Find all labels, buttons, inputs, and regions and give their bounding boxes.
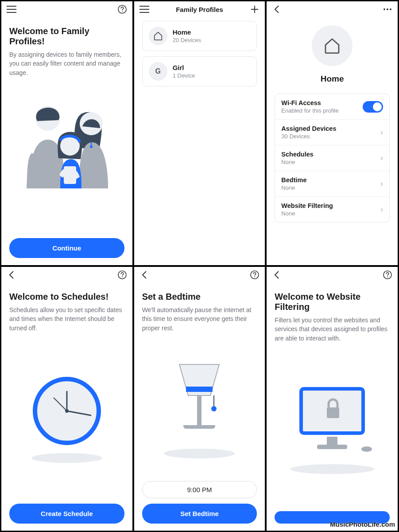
row-title: Wi-Fi Access	[281, 99, 338, 106]
row-sub: None	[281, 159, 314, 165]
bedtime-time-input[interactable]: 9:00 PM	[142, 481, 257, 498]
continue-button[interactable]: Continue	[9, 238, 124, 258]
svg-point-13	[122, 277, 123, 278]
chevron-right-icon: ›	[380, 153, 383, 163]
shadow	[31, 453, 102, 463]
profile-row-home[interactable]: Home 20 Devices	[142, 21, 257, 51]
lamp-illustration	[142, 338, 257, 477]
content: Home 20 Devices G Girl 1 Device	[134, 17, 265, 265]
wifi-toggle[interactable]	[363, 101, 383, 113]
page-subtitle: Filters let you control the websites and…	[275, 316, 390, 343]
screen-set-bedtime: Set a Bedtime We'll automatically pause …	[134, 267, 265, 531]
row-bedtime[interactable]: Bedtime None ›	[275, 171, 389, 196]
svg-rect-22	[197, 395, 201, 426]
content: Home Wi-Fi Access Enabled for this profi…	[267, 17, 398, 265]
svg-point-9	[384, 8, 385, 10]
help-button[interactable]	[248, 270, 261, 279]
family-illustration	[9, 82, 124, 233]
svg-point-10	[387, 8, 388, 10]
create-schedule-button[interactable]: Create Schedule	[9, 504, 124, 524]
page-title: Welcome to Schedules!	[9, 292, 124, 302]
svg-point-6	[90, 145, 93, 148]
row-sub: 30 Devices	[281, 133, 336, 140]
svg-point-1	[122, 11, 123, 12]
topbar	[1, 1, 132, 17]
row-wifi-access[interactable]: Wi-Fi Access Enabled for this profile	[275, 94, 389, 119]
back-button[interactable]	[5, 270, 18, 279]
row-website-filtering[interactable]: Website Filtering None ›	[275, 196, 389, 222]
add-profile-button[interactable]	[248, 5, 261, 14]
row-title: Bedtime	[281, 176, 306, 184]
svg-point-24	[211, 406, 217, 411]
help-icon	[118, 270, 127, 279]
chevron-right-icon: ›	[380, 128, 383, 137]
home-icon	[323, 37, 341, 55]
row-sub: None	[281, 184, 306, 191]
help-button[interactable]	[381, 270, 394, 279]
row-sub: Enabled for this profile	[281, 107, 338, 114]
row-assigned-devices[interactable]: Assigned Devices 30 Devices ›	[275, 119, 389, 145]
set-bedtime-button[interactable]: Set Bedtime	[142, 504, 257, 524]
row-title: Assigned Devices	[281, 125, 336, 132]
page-subtitle: By assigning devices to family members, …	[9, 50, 124, 77]
clock-illustration	[9, 338, 124, 498]
menu-button[interactable]	[5, 6, 18, 13]
chevron-left-icon	[141, 270, 147, 279]
svg-point-11	[390, 8, 391, 10]
chevron-right-icon: ›	[380, 179, 383, 188]
page-title: Welcome to Website Filtering	[275, 292, 390, 312]
help-icon	[383, 270, 392, 279]
chevron-left-icon	[274, 5, 280, 14]
help-button[interactable]	[116, 270, 129, 279]
hamburger-icon	[7, 6, 16, 13]
chevron-right-icon: ›	[380, 205, 383, 214]
content: Set a Bedtime We'll automatically pause …	[134, 283, 265, 531]
content: Welcome to Website Filtering Filters let…	[267, 283, 398, 531]
svg-rect-30	[327, 407, 339, 418]
row-title: Schedules	[281, 151, 314, 158]
help-icon	[250, 270, 259, 279]
help-icon	[118, 5, 127, 14]
screen-welcome-family-profiles: Welcome to Family Profiles! By assigning…	[1, 1, 132, 265]
help-button[interactable]	[116, 5, 129, 14]
svg-point-20	[255, 277, 256, 278]
profile-name: Home	[173, 28, 201, 36]
svg-rect-29	[317, 445, 347, 449]
profile-avatar-large	[312, 25, 353, 66]
more-button[interactable]	[381, 8, 394, 11]
back-button[interactable]	[270, 270, 283, 279]
screen-profile-detail: Home Wi-Fi Access Enabled for this profi…	[267, 1, 398, 265]
back-button[interactable]	[138, 270, 151, 279]
topbar	[134, 267, 265, 283]
screen-welcome-website-filtering: Welcome to Website Filtering Filters let…	[267, 267, 398, 531]
row-title: Website Filtering	[281, 202, 333, 209]
profile-text: Home 20 Devices	[173, 28, 201, 43]
profile-title: Home	[275, 74, 390, 84]
shadow	[290, 464, 374, 474]
screen-welcome-schedules: Welcome to Schedules! Schedules allow yo…	[1, 267, 132, 531]
plus-icon	[250, 5, 259, 14]
topbar	[267, 267, 398, 283]
page-subtitle: Schedules allow you to set specific date…	[9, 305, 124, 332]
profile-name: Girl	[173, 64, 195, 71]
hamburger-icon	[139, 6, 149, 13]
content: Welcome to Schedules! Schedules allow yo…	[1, 283, 132, 531]
row-schedules[interactable]: Schedules None ›	[275, 145, 389, 171]
topbar	[1, 267, 132, 283]
chevron-left-icon	[274, 270, 280, 279]
profile-row-girl[interactable]: G Girl 1 Device	[142, 56, 257, 86]
monitor-illustration	[275, 348, 390, 506]
row-sub: None	[281, 210, 333, 217]
profile-initial: G	[149, 62, 167, 81]
back-button[interactable]	[270, 5, 283, 14]
page-title: Welcome to Family Profiles!	[9, 26, 124, 47]
more-icon	[383, 8, 392, 11]
menu-button[interactable]	[138, 6, 151, 13]
profile-sub: 1 Device	[173, 72, 195, 79]
content: Welcome to Family Profiles! By assigning…	[1, 17, 132, 265]
profile-text: Girl 1 Device	[173, 64, 195, 79]
page-title: Set a Bedtime	[142, 292, 257, 302]
topbar: Family Profiles	[134, 1, 265, 17]
watermark: MusicPhotoLife.com	[330, 520, 395, 528]
svg-point-26	[387, 277, 388, 278]
